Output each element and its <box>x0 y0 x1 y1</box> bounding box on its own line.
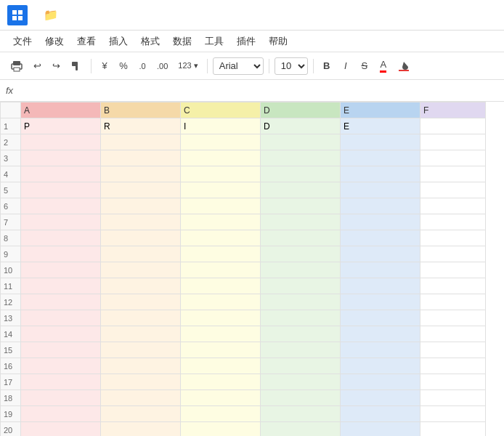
cell-13-F[interactable] <box>420 310 486 326</box>
cell-15-D[interactable] <box>261 342 341 358</box>
cell-20-D[interactable] <box>261 422 341 437</box>
cell-19-C[interactable] <box>181 406 261 422</box>
col-header-E[interactable]: E <box>341 102 420 118</box>
cell-7-B[interactable] <box>101 214 181 230</box>
cell-16-A[interactable] <box>21 358 101 374</box>
menu-edit[interactable]: 修改 <box>39 33 70 50</box>
cell-14-C[interactable] <box>181 326 261 342</box>
cell-4-C[interactable] <box>181 166 261 182</box>
menu-format[interactable]: 格式 <box>135 33 166 50</box>
cell-1-D[interactable]: D <box>261 118 341 134</box>
cell-10-F[interactable] <box>420 262 486 278</box>
cell-6-B[interactable] <box>101 198 181 214</box>
cell-8-C[interactable] <box>181 230 261 246</box>
cell-9-B[interactable] <box>101 246 181 262</box>
cell-8-D[interactable] <box>261 230 341 246</box>
print-button[interactable] <box>7 57 26 75</box>
cell-16-D[interactable] <box>261 358 341 374</box>
menu-help[interactable]: 帮助 <box>263 33 293 50</box>
cell-17-A[interactable] <box>21 374 101 390</box>
cell-12-F[interactable] <box>420 294 486 310</box>
cell-2-A[interactable] <box>21 134 101 150</box>
cell-7-C[interactable] <box>181 214 261 230</box>
italic-button[interactable]: I <box>338 57 354 75</box>
menu-file[interactable]: 文件 <box>7 33 38 50</box>
cell-6-D[interactable] <box>261 198 341 214</box>
cell-20-C[interactable] <box>181 422 261 437</box>
cell-14-D[interactable] <box>261 326 341 342</box>
cell-2-B[interactable] <box>101 134 181 150</box>
bold-button[interactable]: B <box>319 57 335 75</box>
cell-16-F[interactable] <box>420 358 486 374</box>
cell-15-A[interactable] <box>21 342 101 358</box>
cell-4-D[interactable] <box>261 166 341 182</box>
cell-20-A[interactable] <box>21 422 101 437</box>
menu-insert[interactable]: 插入 <box>103 33 134 50</box>
cell-19-E[interactable] <box>341 406 420 422</box>
cell-20-B[interactable] <box>101 422 181 437</box>
cell-2-C[interactable] <box>181 134 261 150</box>
cell-6-E[interactable] <box>341 198 420 214</box>
cell-20-E[interactable] <box>341 422 420 437</box>
menu-data[interactable]: 数据 <box>167 33 198 50</box>
cell-12-A[interactable] <box>21 294 101 310</box>
menu-tools[interactable]: 工具 <box>199 33 229 50</box>
cell-4-B[interactable] <box>101 166 181 182</box>
cell-15-E[interactable] <box>341 342 420 358</box>
cell-19-D[interactable] <box>261 406 341 422</box>
cell-14-E[interactable] <box>341 326 420 342</box>
cell-3-D[interactable] <box>261 150 341 166</box>
cell-13-B[interactable] <box>101 310 181 326</box>
cell-14-B[interactable] <box>101 326 181 342</box>
more-formats-button[interactable]: 123 ▾ <box>174 57 201 75</box>
cell-1-B[interactable]: R <box>101 118 181 134</box>
cell-5-E[interactable] <box>341 182 420 198</box>
cell-5-C[interactable] <box>181 182 261 198</box>
cell-11-D[interactable] <box>261 278 341 294</box>
cell-12-B[interactable] <box>101 294 181 310</box>
cell-9-C[interactable] <box>181 246 261 262</box>
col-header-D[interactable]: D <box>261 102 341 118</box>
cell-4-E[interactable] <box>341 166 420 182</box>
percent-button[interactable]: % <box>115 57 131 75</box>
strikethrough-button[interactable]: S <box>357 57 373 75</box>
cell-9-D[interactable] <box>261 246 341 262</box>
cell-2-D[interactable] <box>261 134 341 150</box>
cell-18-F[interactable] <box>420 390 486 406</box>
cell-9-F[interactable] <box>420 246 486 262</box>
cell-20-F[interactable] <box>420 422 486 437</box>
cell-18-A[interactable] <box>21 390 101 406</box>
cell-9-E[interactable] <box>341 246 420 262</box>
cell-15-C[interactable] <box>181 342 261 358</box>
cell-18-E[interactable] <box>341 390 420 406</box>
cell-5-D[interactable] <box>261 182 341 198</box>
cell-3-F[interactable] <box>420 150 486 166</box>
col-header-C[interactable]: C <box>181 102 261 118</box>
cell-10-A[interactable] <box>21 262 101 278</box>
cell-7-A[interactable] <box>21 214 101 230</box>
redo-button[interactable]: ↪ <box>48 57 64 75</box>
fill-color-button[interactable] <box>394 57 413 75</box>
cell-16-B[interactable] <box>101 358 181 374</box>
cell-3-A[interactable] <box>21 150 101 166</box>
cell-2-F[interactable] <box>420 134 486 150</box>
cell-12-C[interactable] <box>181 294 261 310</box>
cell-16-C[interactable] <box>181 358 261 374</box>
cell-12-D[interactable] <box>261 294 341 310</box>
cell-19-B[interactable] <box>101 406 181 422</box>
cell-7-D[interactable] <box>261 214 341 230</box>
cell-11-F[interactable] <box>420 278 486 294</box>
cell-4-A[interactable] <box>21 166 101 182</box>
cell-11-B[interactable] <box>101 278 181 294</box>
undo-button[interactable]: ↩ <box>29 57 45 75</box>
cell-8-B[interactable] <box>101 230 181 246</box>
cell-10-D[interactable] <box>261 262 341 278</box>
col-header-B[interactable]: B <box>101 102 181 118</box>
cell-8-A[interactable] <box>21 230 101 246</box>
font-size-select[interactable]: 10 <box>275 57 308 75</box>
cell-10-E[interactable] <box>341 262 420 278</box>
folder-icon[interactable]: 📁 <box>44 8 58 22</box>
cell-17-F[interactable] <box>420 374 486 390</box>
cell-17-E[interactable] <box>341 374 420 390</box>
cell-1-F[interactable] <box>420 118 486 134</box>
